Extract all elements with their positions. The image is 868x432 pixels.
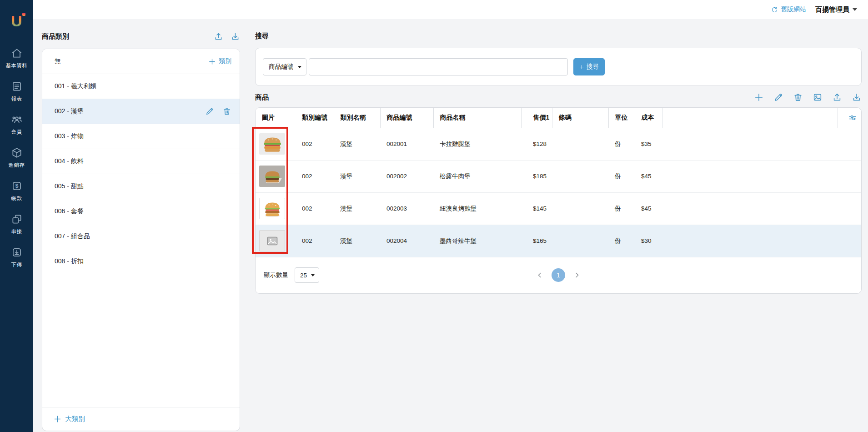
members-icon xyxy=(11,114,23,126)
sidebar-item-label: 串接 xyxy=(11,228,22,235)
products-title: 商品 xyxy=(255,93,269,102)
category-upload-icon[interactable] xyxy=(214,32,223,41)
plus-icon xyxy=(579,65,584,70)
category-none-label: 無 xyxy=(55,57,61,65)
next-page-icon[interactable] xyxy=(573,271,581,279)
brand-logo[interactable]: U xyxy=(8,11,26,33)
topbar: 舊版網站 百揚管理員 xyxy=(33,0,868,19)
column-header-category-no[interactable]: 類別編號 xyxy=(296,108,334,128)
page-size-label: 顯示數量 xyxy=(264,271,288,279)
old-site-link[interactable]: 舊版網站 xyxy=(771,5,806,14)
product-image-burger[interactable] xyxy=(259,198,285,219)
inventory-icon xyxy=(11,147,23,159)
category-row[interactable]: 001 - 義大利麵 xyxy=(42,74,240,99)
svg-text:$: $ xyxy=(15,183,18,189)
sidebar-item-label: 報表 xyxy=(11,95,22,102)
column-header-product-name[interactable]: 商品名稱 xyxy=(433,108,521,128)
add-product-icon[interactable] xyxy=(754,92,764,102)
sidebar-item-members[interactable]: 會員 xyxy=(0,112,33,137)
image-placeholder-icon[interactable] xyxy=(259,230,285,251)
products-table-card: 圖片 類別編號 類別名稱 商品編號 商品名稱 售價1 條碼 單位 成本 xyxy=(255,107,862,294)
plus-icon xyxy=(53,415,62,423)
category-row[interactable]: 006 - 套餐 xyxy=(42,199,240,224)
main-panel: 搜尋 商品編號 搜尋 商品 xyxy=(255,32,862,294)
column-header-barcode[interactable]: 條碼 xyxy=(552,108,608,128)
column-header-price1[interactable]: 售價1 xyxy=(521,108,552,128)
categories-panel: 商品類別 無 類別 001 - 義大利麵 002 - 漢堡 003 - 炸物 0… xyxy=(42,32,240,431)
sidebar-item-inventory[interactable]: 進銷存 xyxy=(0,145,33,171)
table-header-row: 圖片 類別編號 類別名稱 商品編號 商品名稱 售價1 條碼 單位 成本 xyxy=(256,108,861,128)
download-icon xyxy=(11,246,23,258)
user-menu[interactable]: 百揚管理員 xyxy=(815,5,857,14)
old-site-label: 舊版網站 xyxy=(781,5,806,14)
page-number-button[interactable]: 1 xyxy=(552,268,565,282)
sidebar-item-download[interactable]: 下傳 xyxy=(0,245,33,270)
product-row[interactable]: 002 漢堡 002002 松露牛肉堡 $185 份 $45 xyxy=(256,160,861,192)
previous-page-icon[interactable] xyxy=(536,271,544,279)
upload-icon[interactable] xyxy=(832,92,842,102)
column-settings-icon[interactable] xyxy=(844,113,862,122)
sidebar-item-label: 會員 xyxy=(11,129,22,136)
sidebar: U 基本資料 報表 會員 進銷存 $ 帳款 串接 下傳 xyxy=(0,0,33,432)
integration-icon xyxy=(11,213,23,225)
product-row[interactable]: 002 漢堡 002001 卡拉雞腿堡 $128 份 $35 xyxy=(256,128,861,160)
pagination-bar: 顯示數量 25 1 xyxy=(256,257,861,294)
sidebar-item-integration[interactable]: 串接 xyxy=(0,211,33,237)
page-size-select[interactable]: 25 xyxy=(295,267,319,283)
delete-product-icon[interactable] xyxy=(793,92,803,102)
column-header-product-no[interactable]: 商品編號 xyxy=(380,108,433,128)
sidebar-item-reports[interactable]: 報表 xyxy=(0,79,33,104)
home-icon xyxy=(11,47,23,59)
search-field-value: 商品編號 xyxy=(269,63,293,71)
sidebar-item-label: 下傳 xyxy=(11,261,22,268)
sidebar-nav: 基本資料 報表 會員 進銷存 $ 帳款 串接 下傳 xyxy=(0,45,33,270)
column-header-category-name[interactable]: 類別名稱 xyxy=(334,108,380,128)
column-header-unit[interactable]: 單位 xyxy=(608,108,635,128)
category-row[interactable]: 003 - 炸物 xyxy=(42,124,240,149)
column-header-image[interactable]: 圖片 xyxy=(256,108,296,128)
add-major-category-button[interactable]: 大類別 xyxy=(53,415,85,423)
column-header-spacer xyxy=(662,108,838,128)
delete-category-icon[interactable] xyxy=(222,107,231,116)
column-header-cost[interactable]: 成本 xyxy=(635,108,662,128)
edit-category-icon[interactable] xyxy=(205,107,214,116)
category-download-icon[interactable] xyxy=(231,32,240,41)
plus-icon xyxy=(208,58,216,65)
category-row-none[interactable]: 無 類別 xyxy=(42,49,240,74)
category-row[interactable]: 004 - 飲料 xyxy=(42,149,240,174)
billing-icon: $ xyxy=(11,180,23,192)
search-title: 搜尋 xyxy=(255,32,862,40)
image-icon[interactable] xyxy=(813,92,823,102)
user-name: 百揚管理員 xyxy=(815,5,849,14)
category-list: 無 類別 001 - 義大利麵 002 - 漢堡 003 - 炸物 004 - … xyxy=(42,49,240,431)
chevron-down-icon xyxy=(853,8,857,11)
download-icon[interactable] xyxy=(852,92,862,102)
sidebar-item-label: 帳款 xyxy=(11,195,22,202)
product-image-burger[interactable] xyxy=(259,133,285,155)
product-row[interactable]: 002 漢堡 002003 紐澳良烤雞堡 $145 份 $45 xyxy=(256,192,861,225)
category-row-selected[interactable]: 002 - 漢堡 xyxy=(42,99,240,124)
category-row[interactable]: 007 - 組合品 xyxy=(42,224,240,249)
product-image-burger[interactable] xyxy=(259,166,285,187)
search-input[interactable] xyxy=(309,58,568,75)
category-row[interactable]: 008 - 折扣 xyxy=(42,249,240,274)
add-category-button[interactable]: 類別 xyxy=(208,57,231,65)
column-settings-cell xyxy=(838,108,861,128)
edit-product-icon[interactable] xyxy=(773,92,783,102)
sidebar-item-billing[interactable]: $ 帳款 xyxy=(0,178,33,204)
search-card: 商品編號 搜尋 xyxy=(255,48,862,86)
brand-logo-dot xyxy=(22,13,25,16)
search-button[interactable]: 搜尋 xyxy=(573,58,605,75)
products-table: 圖片 類別編號 類別名稱 商品編號 商品名稱 售價1 條碼 單位 成本 xyxy=(256,108,861,257)
sidebar-item-label: 進銷存 xyxy=(9,162,25,169)
chevron-down-icon xyxy=(311,274,315,276)
category-row[interactable]: 005 - 甜點 xyxy=(42,174,240,199)
report-icon xyxy=(11,80,23,92)
chevron-down-icon xyxy=(298,66,301,68)
sidebar-item-basic-data[interactable]: 基本資料 xyxy=(0,45,33,71)
sidebar-item-label: 基本資料 xyxy=(6,62,28,69)
product-row-selected[interactable]: 002 漢堡 002004 墨西哥辣牛堡 $165 份 $30 xyxy=(256,225,861,257)
categories-title: 商品類別 xyxy=(42,32,69,41)
refresh-icon xyxy=(771,6,778,13)
search-field-select[interactable]: 商品編號 xyxy=(263,58,306,75)
